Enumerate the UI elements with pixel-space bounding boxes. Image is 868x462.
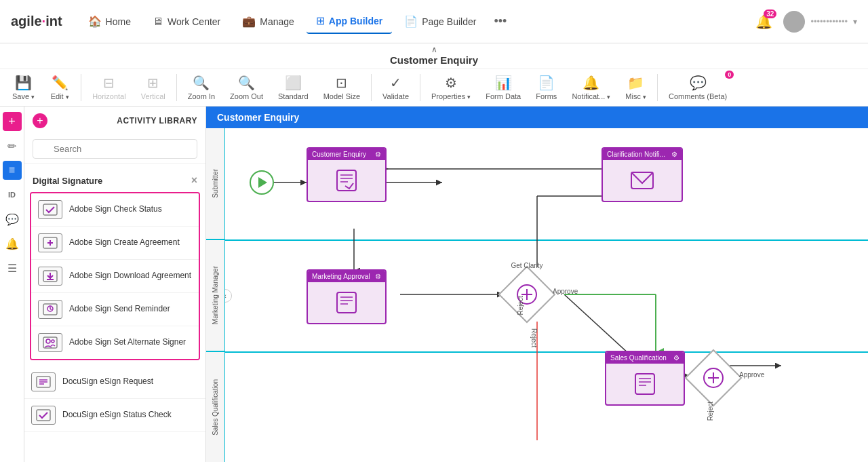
notifications-button[interactable]: 🔔 Notificat... ▾: [565, 72, 617, 103]
marketing-label: Marketing Manager: [212, 266, 219, 324]
decision-diamond-2[interactable]: Approve Reject: [693, 358, 734, 398]
adobe-check-status-icon: [38, 200, 62, 219]
list-item[interactable]: Adobe Sign Send Reminder: [31, 293, 199, 326]
sales-gear-icon[interactable]: ⚙: [673, 354, 679, 362]
subtitle-bar: ∧ Customer Enquiry: [0, 43, 868, 69]
adobe-set-alternate-signer-label: Adobe Sign Set Alternate Signer: [69, 337, 186, 348]
edit-button[interactable]: ✏️ Edit ▾: [43, 72, 77, 103]
vertical-button[interactable]: ⊞ Vertical: [134, 72, 172, 103]
user-menu[interactable]: •••••••••••• ▾: [783, 11, 857, 33]
marketing-gear-icon[interactable]: ⚙: [375, 273, 381, 280]
user-name: ••••••••••••: [810, 16, 848, 26]
misc-icon: 📁: [627, 75, 644, 91]
node-gear-icon[interactable]: ⚙: [375, 151, 381, 158]
validate-icon: ✓: [390, 75, 401, 91]
zoom-in-icon: 🔍: [193, 75, 210, 91]
left-icon-edit[interactable]: ✏: [3, 136, 22, 155]
clarification-gear-icon[interactable]: ⚙: [671, 151, 677, 158]
list-item[interactable]: Adobe Sign Download Agreement: [31, 260, 199, 293]
toolbar-separator-2: [176, 74, 177, 101]
activity-library-sidebar: + ACTIVITY LIBRARY 🔍 Digital Signature ×: [24, 107, 206, 462]
nav-work-center[interactable]: 🖥 Work Center: [143, 10, 230, 33]
toolbar: 💾 Save ▾ ✏️ Edit ▾ ⊟ Horizontal ⊞ Vertic…: [0, 69, 868, 107]
misc-button[interactable]: 📁 Misc ▾: [618, 72, 653, 103]
zoom-out-button[interactable]: 🔍 Zoom Out: [223, 72, 270, 103]
approve-label-1: Approve: [553, 288, 578, 295]
edit-icon: ✏️: [52, 75, 68, 91]
nav-items: 🏠 Home 🖥 Work Center 💼 Manage ⊞ App Buil…: [79, 9, 751, 34]
model-size-button[interactable]: ⊡ Model Size: [317, 72, 367, 103]
nav-home[interactable]: 🏠 Home: [79, 9, 140, 33]
left-icon-chat[interactable]: 💬: [3, 210, 22, 229]
sidebar-title: ACTIVITY LIBRARY: [117, 116, 197, 126]
svg-rect-36: [337, 292, 356, 313]
form-data-button[interactable]: 📊 Form Data: [479, 72, 528, 103]
adobe-set-alternate-signer-icon: [38, 333, 62, 352]
horizontal-button[interactable]: ⊟ Horizontal: [85, 72, 133, 103]
list-item[interactable]: Adobe Sign Create Agreement: [31, 227, 199, 260]
add-activity-btn[interactable]: +: [3, 112, 22, 131]
swimlane-label-submitter: Submitter: [206, 128, 224, 240]
nav-more[interactable]: •••: [488, 12, 512, 31]
svg-point-12: [46, 339, 50, 343]
list-item[interactable]: DocuSign eSign Status Check: [24, 399, 205, 432]
sidebar-header: + ACTIVITY LIBRARY: [24, 107, 205, 135]
search-input[interactable]: [33, 139, 197, 159]
start-node[interactable]: [250, 170, 274, 195]
collapse-chevron-icon[interactable]: ∧: [0, 45, 868, 54]
notifications-bell[interactable]: 🔔 32: [755, 14, 772, 30]
marketing-approval-node[interactable]: Marketing Approval ⚙: [307, 269, 387, 324]
left-icon-bar: + ✏ ≡ ID 💬 🔔 ☰: [0, 107, 24, 462]
nav-page-builder[interactable]: 📄 Page Builder: [395, 9, 486, 33]
zoom-out-icon: 🔍: [238, 75, 255, 91]
sidebar-add-button[interactable]: +: [33, 113, 47, 128]
collapse-sidebar-button[interactable]: ‹: [225, 289, 232, 303]
canvas-title: Customer Enquiry: [217, 112, 299, 123]
adobe-send-reminder-label: Adobe Sign Send Reminder: [69, 304, 170, 315]
customer-enquiry-node[interactable]: Customer Enquiry ⚙: [307, 147, 387, 202]
list-item[interactable]: Adobe Sign Set Alternate Signer: [31, 326, 199, 359]
left-icon-menu[interactable]: ☰: [3, 258, 22, 277]
left-icon-id[interactable]: ID: [3, 185, 22, 204]
validate-button[interactable]: ✓ Validate: [376, 72, 416, 103]
swimlane-labels: Submitter Marketing Manager Sales Qualif…: [206, 128, 225, 462]
digital-signature-items: Adobe Sign Check Status Adobe Sign Creat…: [30, 192, 200, 360]
category-close-button[interactable]: ×: [191, 174, 197, 187]
nav-manage-label: Manage: [260, 16, 294, 27]
nav-manage[interactable]: 💼 Manage: [233, 9, 304, 33]
avatar: [783, 11, 805, 33]
nav-app-builder-label: App Builder: [329, 16, 382, 26]
list-item[interactable]: DocuSign eSign Request: [24, 366, 205, 399]
grid-icon: ⊞: [316, 14, 325, 27]
nav-page-builder-label: Page Builder: [422, 16, 476, 27]
sales-qualification-node[interactable]: Sales Qualification ⚙: [605, 351, 685, 406]
canvas-content[interactable]: Submitter Marketing Manager Sales Qualif…: [206, 128, 868, 462]
standard-button[interactable]: ⬜ Standard: [271, 72, 315, 103]
zoom-in-button[interactable]: 🔍 Zoom In: [181, 72, 222, 103]
user-chevron-down-icon: ▾: [853, 17, 857, 26]
left-icon-list[interactable]: ≡: [3, 161, 22, 180]
list-item[interactable]: Adobe Sign Check Status: [31, 193, 199, 227]
monitor-icon: 🖥: [153, 16, 163, 28]
canvas-title-bar: Customer Enquiry: [206, 107, 868, 128]
page-icon: 📄: [404, 15, 418, 28]
toolbar-separator-5: [657, 74, 658, 101]
adobe-send-reminder-icon: [38, 300, 62, 319]
nav-app-builder[interactable]: ⊞ App Builder: [307, 9, 392, 34]
standard-icon: ⬜: [285, 75, 302, 91]
left-icon-alert[interactable]: 🔔: [3, 234, 22, 253]
decision-diamond-1[interactable]: Get Clarity Approve Reject: [507, 274, 547, 315]
comments-button[interactable]: 💬 Comments (Beta): [662, 72, 734, 103]
comments-badge: 0: [725, 71, 734, 79]
docusign-esign-request-icon: [31, 372, 56, 391]
horizontal-icon: ⊟: [103, 75, 115, 91]
forms-button[interactable]: 📄 Forms: [529, 72, 564, 103]
clarification-node[interactable]: Clarification Notifi... ⚙: [601, 147, 683, 202]
docusign-status-check-label: DocuSign eSign Status Check: [62, 410, 172, 421]
forms-icon: 📄: [538, 75, 555, 91]
properties-button[interactable]: ⚙ Properties ▾: [425, 72, 477, 103]
save-button[interactable]: 💾 Save ▾: [5, 72, 41, 103]
customer-enquiry-node-title: Customer Enquiry: [312, 151, 366, 158]
logo: agile·int: [11, 14, 62, 29]
submitter-label: Submitter: [212, 169, 219, 198]
